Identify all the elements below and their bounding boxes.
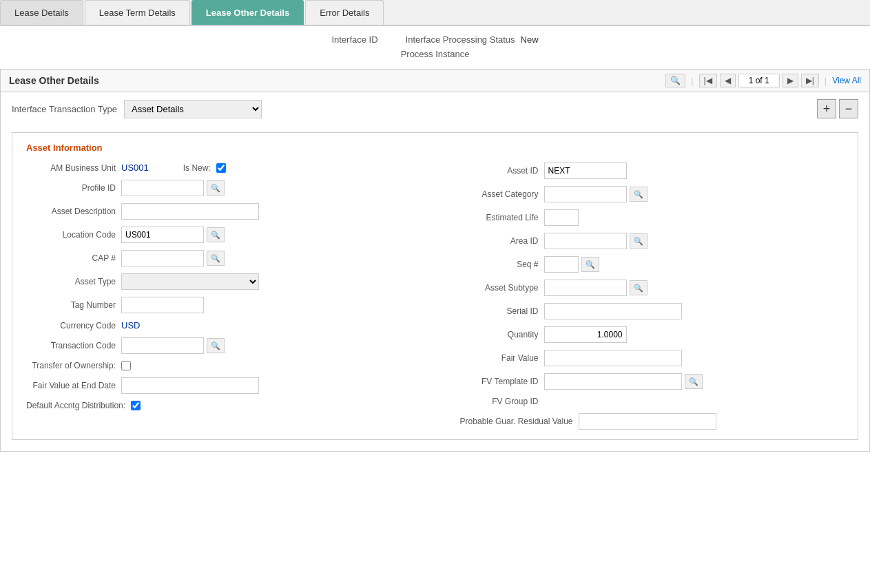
fv-template-id-search[interactable]: 🔍	[685, 374, 703, 389]
next-btn[interactable]: ▶	[783, 74, 798, 87]
fv-group-id-row: FV Group ID	[449, 397, 845, 406]
seq-control: 🔍	[544, 256, 599, 273]
interface-id-field: Interface ID	[331, 34, 377, 45]
seq-label: Seq #	[449, 260, 539, 269]
status-field: Interface Processing Status New	[406, 34, 539, 45]
separator-1: |	[691, 76, 693, 86]
tab-lease-other-details[interactable]: Lease Other Details	[191, 0, 304, 25]
area-id-label: Area ID	[449, 236, 539, 246]
transaction-code-control: 🔍	[121, 337, 225, 354]
profile-id-search[interactable]: 🔍	[207, 180, 225, 196]
profile-id-row: Profile ID 🔍	[26, 180, 435, 196]
cap-row: CAP # 🔍	[26, 250, 435, 266]
asset-category-search[interactable]: 🔍	[630, 187, 648, 202]
asset-description-row: Asset Description	[26, 203, 435, 220]
first-btn[interactable]: |◀	[699, 74, 717, 87]
currency-code-label: Currency Code	[26, 321, 116, 330]
tab-lease-term-details[interactable]: Lease Term Details	[85, 0, 190, 25]
probable-guar-row: Probable Guar. Residual Value	[449, 413, 845, 430]
asset-id-label: Asset ID	[449, 166, 539, 176]
asset-type-select[interactable]	[121, 273, 259, 290]
serial-id-label: Serial ID	[449, 306, 539, 316]
area-id-search[interactable]: 🔍	[630, 233, 648, 249]
quantity-label: Quantity	[449, 330, 539, 339]
estimated-life-input[interactable]	[544, 209, 579, 226]
transfer-ownership-checkbox[interactable]	[121, 361, 131, 370]
profile-id-control: 🔍	[121, 180, 225, 196]
form-left: AM Business Unit US001 Is New: Profile I…	[26, 162, 435, 430]
cap-input[interactable]	[121, 250, 204, 266]
transfer-ownership-row: Transfer of Ownership:	[26, 361, 435, 370]
seq-input[interactable]	[544, 256, 579, 273]
transaction-code-row: Transaction Code 🔍	[26, 337, 435, 354]
asset-type-row: Asset Type	[26, 273, 435, 290]
transaction-type-select[interactable]: Asset Details Financial Details Other	[124, 100, 262, 118]
probable-guar-input[interactable]	[579, 413, 716, 430]
tab-bar: Lease Details Lease Term Details Lease O…	[0, 0, 870, 26]
location-code-row: Location Code 🔍	[26, 227, 435, 243]
is-new-checkbox[interactable]	[216, 163, 226, 173]
add-row-button[interactable]: +	[817, 99, 836, 118]
asset-id-row: Asset ID NEXT	[449, 162, 845, 179]
cap-search[interactable]: 🔍	[207, 251, 225, 266]
quantity-row: Quantity	[449, 326, 845, 343]
asset-category-input[interactable]	[544, 186, 627, 202]
seq-search[interactable]: 🔍	[581, 257, 599, 272]
am-business-unit-row: AM Business Unit US001	[26, 162, 149, 173]
asset-category-label: Asset Category	[449, 189, 539, 199]
tab-error-details[interactable]: Error Details	[305, 0, 384, 25]
search-section-btn[interactable]: 🔍	[665, 74, 685, 87]
asset-id-input[interactable]: NEXT	[544, 162, 627, 179]
asset-type-label: Asset Type	[26, 277, 116, 286]
prev-btn[interactable]: ◀	[720, 74, 736, 87]
location-code-input[interactable]	[121, 227, 204, 243]
default-acctg-checkbox[interactable]	[131, 401, 141, 410]
transaction-code-label: Transaction Code	[26, 341, 116, 350]
process-instance-field: Process Instance	[401, 49, 470, 59]
separator-2: |	[825, 76, 827, 86]
asset-category-row: Asset Category 🔍	[449, 186, 845, 202]
last-btn[interactable]: ▶|	[801, 74, 819, 87]
location-code-search[interactable]: 🔍	[207, 227, 225, 242]
interface-id-label: Interface ID	[331, 34, 377, 45]
fair-value-label: Fair Value	[449, 353, 539, 363]
transaction-type-row: Interface Transaction Type Asset Details…	[12, 99, 858, 124]
asset-info-title: Asset Information	[26, 143, 844, 153]
is-new-row: Is New:	[169, 163, 226, 173]
asset-subtype-search[interactable]: 🔍	[630, 280, 648, 295]
location-code-label: Location Code	[26, 230, 116, 240]
probable-guar-label: Probable Guar. Residual Value	[449, 417, 573, 426]
profile-id-input[interactable]	[121, 180, 204, 196]
tab-lease-details[interactable]: Lease Details	[0, 0, 83, 25]
serial-id-input[interactable]	[544, 303, 682, 319]
transfer-ownership-label: Transfer of Ownership:	[26, 361, 116, 370]
remove-row-button[interactable]: −	[839, 99, 858, 118]
fv-template-id-control: 🔍	[544, 373, 703, 390]
asset-category-control: 🔍	[544, 186, 648, 202]
default-acctg-label: Default Accntg Distribution:	[26, 401, 125, 410]
transaction-code-search[interactable]: 🔍	[207, 338, 225, 353]
fair-value-end-date-input[interactable]	[121, 377, 259, 394]
asset-subtype-input[interactable]	[544, 280, 627, 296]
asset-description-label: Asset Description	[26, 207, 116, 216]
fair-value-input[interactable]	[544, 350, 682, 366]
area-id-input[interactable]	[544, 233, 627, 249]
am-business-unit-value: US001	[121, 162, 149, 173]
view-all-link[interactable]: View All	[832, 76, 861, 85]
fair-value-row: Fair Value	[449, 350, 845, 366]
transaction-code-input[interactable]	[121, 337, 204, 354]
fv-template-id-row: FV Template ID 🔍	[449, 373, 845, 390]
location-code-control: 🔍	[121, 227, 225, 243]
fv-template-id-input[interactable]	[544, 373, 682, 390]
status-label: Interface Processing Status	[406, 34, 515, 45]
page-input[interactable]	[738, 74, 780, 87]
transaction-type-left: Interface Transaction Type Asset Details…	[12, 100, 262, 118]
asset-description-input[interactable]	[121, 203, 259, 220]
asset-subtype-label: Asset Subtype	[449, 283, 539, 293]
tag-number-input[interactable]	[121, 297, 204, 313]
status-value: New	[521, 34, 539, 45]
cap-label: CAP #	[26, 253, 116, 263]
quantity-input[interactable]	[544, 326, 627, 343]
is-new-label: Is New:	[169, 163, 211, 173]
estimated-life-label: Estimated Life	[449, 213, 539, 222]
